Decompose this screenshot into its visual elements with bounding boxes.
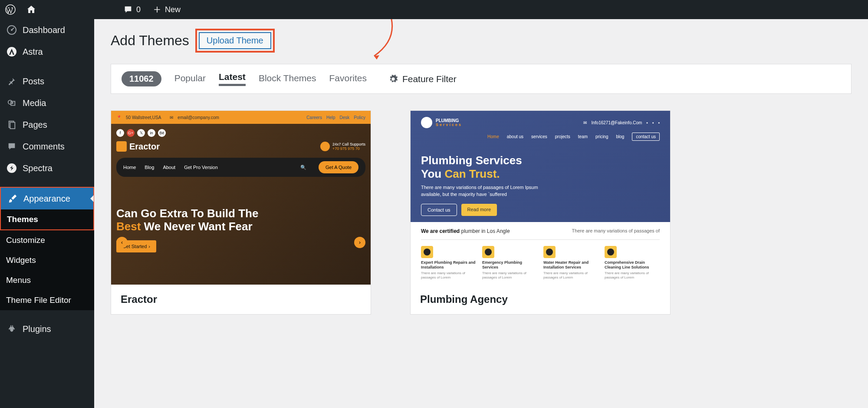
sidebar-label: Plugins	[23, 324, 51, 334]
sidebar-label: Astra	[23, 47, 43, 57]
main-content: Add Themes Upload Theme 11062 Popular La…	[94, 19, 868, 408]
comments-count[interactable]: 0	[123, 5, 141, 14]
admin-sidebar: Dashboard Astra Posts Media Pages Commen…	[0, 19, 94, 408]
pages-icon	[6, 119, 17, 130]
astra-icon	[6, 46, 17, 57]
sidebar-sub-label: Themes	[7, 215, 38, 224]
sidebar-item-appearance[interactable]: Appearance	[1, 187, 93, 209]
preview-address: 50 Wallstreet,USA	[126, 115, 161, 120]
sidebar-item-comments[interactable]: Comments	[0, 136, 94, 157]
sidebar-item-pages[interactable]: Pages	[0, 114, 94, 136]
sidebar-sub-customize[interactable]: Customize	[0, 230, 94, 250]
preview-socials: fG+𝕏inBē	[116, 129, 166, 137]
feature-filter-label: Feature Filter	[402, 74, 457, 84]
preview-lower: We are certified plumber in Los Angle Th…	[411, 222, 670, 285]
tab-favorites[interactable]: Favorites	[329, 73, 367, 85]
sidebar-sub-theme-file-editor[interactable]: Theme File Editor	[0, 290, 94, 310]
wordpress-logo-icon[interactable]	[5, 4, 16, 15]
sidebar-label: Dashboard	[23, 25, 65, 35]
theme-card-eractor[interactable]: 📍50 Wallstreet,USA ✉email@company.com Ca…	[111, 110, 371, 315]
preview-logo: PLUMBINGServices	[421, 117, 462, 128]
filter-bar: 11062 Popular Latest Block Themes Favori…	[111, 64, 852, 94]
facebook-icon: ▪	[646, 120, 648, 125]
svg-point-3	[7, 47, 16, 56]
preview-logo: Eractor	[116, 141, 160, 152]
preview-link: Help	[326, 115, 335, 120]
preview-quote-btn: Get A Quote	[319, 161, 358, 173]
sidebar-sub-menus[interactable]: Menus	[0, 270, 94, 290]
theme-preview: PLUMBINGServices ✉Info16271@Fakeinfo.Com…	[411, 111, 670, 285]
preview-email: email@company.com	[178, 115, 219, 120]
sidebar-sub-label: Theme File Editor	[6, 295, 71, 305]
preview-call: 24x7 Call Supports+70 975 975 70	[320, 142, 365, 151]
comment-icon	[123, 5, 133, 14]
svg-point-2	[11, 29, 13, 31]
preview-contact-btn: Contact us	[421, 204, 457, 216]
carousel-next-icon: ›	[354, 237, 365, 248]
sidebar-label: Spectra	[23, 163, 53, 173]
sidebar-item-astra[interactable]: Astra	[0, 41, 94, 63]
twitter-icon: ▪	[652, 120, 654, 125]
dashboard-icon	[6, 24, 17, 36]
plugin-icon	[6, 323, 17, 335]
page-title: Add Themes	[111, 33, 189, 49]
preview-services: Expert Plumbing Repairs and Installation…	[421, 246, 660, 280]
preview-headline: Plumbing Services You Can Trust.	[421, 154, 660, 181]
preview-hero: PLUMBINGServices ✉Info16271@Fakeinfo.Com…	[411, 111, 670, 222]
upload-theme-button[interactable]: Upload Theme	[199, 32, 271, 49]
new-label: New	[165, 5, 181, 14]
gear-icon	[388, 74, 398, 84]
preview-topbar: 📍50 Wallstreet,USA ✉email@company.com Ca…	[111, 111, 371, 124]
theme-card-plumbing[interactable]: PLUMBINGServices ✉Info16271@Fakeinfo.Com…	[410, 110, 671, 315]
tab-popular[interactable]: Popular	[174, 73, 206, 85]
sidebar-label: Media	[23, 98, 46, 108]
plus-icon	[153, 5, 161, 14]
page-header: Add Themes Upload Theme	[111, 29, 852, 53]
svg-point-4	[8, 100, 12, 104]
preview-link: Desk	[340, 115, 350, 120]
theme-count-badge: 11062	[122, 71, 161, 86]
media-icon	[6, 97, 17, 109]
themes-grid: 📍50 Wallstreet,USA ✉email@company.com Ca…	[111, 110, 852, 315]
sidebar-sub-themes[interactable]: Themes	[1, 209, 93, 229]
home-icon[interactable]	[26, 4, 36, 15]
comment-icon	[6, 141, 17, 152]
preview-link: Careers	[306, 115, 322, 120]
sidebar-item-posts[interactable]: Posts	[0, 70, 94, 92]
sidebar-item-plugins[interactable]: Plugins	[0, 318, 94, 340]
appearance-section: Appearance Themes	[0, 187, 94, 230]
sidebar-label: Comments	[23, 142, 65, 152]
carousel-prev-icon: ‹	[116, 237, 128, 248]
preview-read-btn: Read more	[461, 204, 497, 216]
sidebar-sub-label: Widgets	[6, 255, 36, 265]
spectra-icon	[6, 163, 17, 174]
tab-latest[interactable]: Latest	[219, 72, 246, 86]
pin-icon	[6, 76, 17, 87]
preview-desc: There are many variations of passages of…	[421, 184, 542, 198]
sidebar-label: Pages	[23, 120, 47, 130]
tab-block-themes[interactable]: Block Themes	[259, 73, 316, 85]
new-button[interactable]: New	[153, 5, 181, 14]
preview-email: Info16271@Fakeinfo.Com	[591, 120, 642, 125]
feature-filter-button[interactable]: Feature Filter	[388, 74, 457, 84]
sidebar-item-dashboard[interactable]: Dashboard	[0, 19, 94, 41]
preview-nav: Home Blog About Get Pro Version 🔍 Get A …	[116, 158, 365, 177]
admin-topbar: 0 New	[0, 0, 868, 19]
theme-name: Plumbing Agency	[411, 285, 670, 314]
theme-name: Eractor	[111, 285, 371, 314]
preview-link: Policy	[354, 115, 365, 120]
sidebar-sub-widgets[interactable]: Widgets	[0, 250, 94, 270]
sidebar-label: Appearance	[23, 194, 70, 204]
preview-hero: fG+𝕏inBē Eractor 24x7 Call Supports+70 9…	[111, 124, 371, 285]
search-icon: 🔍	[300, 165, 306, 170]
sidebar-item-spectra[interactable]: Spectra	[0, 157, 94, 179]
preview-nav: Home about us services projects team pri…	[421, 133, 660, 141]
svg-rect-7	[10, 123, 15, 129]
comments-count-value: 0	[136, 5, 141, 14]
upload-highlight: Upload Theme	[195, 29, 275, 53]
sidebar-item-media[interactable]: Media	[0, 92, 94, 114]
preview-headline: Can Go Extra To Build The Best We Never …	[116, 207, 365, 233]
sidebar-label: Posts	[23, 76, 44, 86]
sidebar-sub-label: Menus	[6, 275, 31, 285]
telegram-icon: ▪	[658, 120, 660, 125]
